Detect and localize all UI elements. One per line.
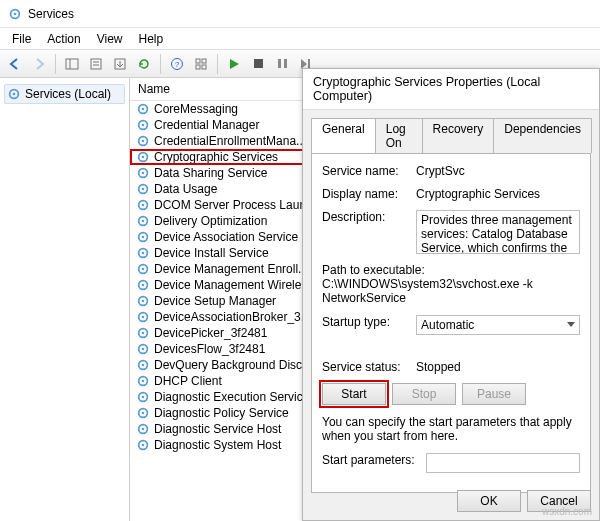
gear-icon xyxy=(136,422,150,436)
gear-icon xyxy=(136,326,150,340)
stop-service-icon[interactable] xyxy=(247,53,269,75)
properties-icon[interactable] xyxy=(85,53,107,75)
svg-point-1 xyxy=(14,12,17,15)
svg-point-31 xyxy=(142,188,145,191)
svg-rect-11 xyxy=(202,59,206,63)
tab-dependencies[interactable]: Dependencies xyxy=(493,118,592,153)
list-item-label: DeviceAssociationBroker_3... xyxy=(154,310,311,324)
gear-icon xyxy=(136,246,150,260)
tree-node-services-local[interactable]: Services (Local) xyxy=(4,84,125,104)
list-item-label: Data Sharing Service xyxy=(154,166,267,180)
svg-point-57 xyxy=(142,396,145,399)
list-item-label: DHCP Client xyxy=(154,374,222,388)
menu-view[interactable]: View xyxy=(89,30,131,48)
ok-button[interactable]: OK xyxy=(457,490,521,512)
svg-rect-2 xyxy=(66,59,78,69)
tree-pane: Services (Local) xyxy=(0,78,130,521)
svg-rect-12 xyxy=(196,65,200,69)
svg-point-53 xyxy=(142,364,145,367)
svg-point-43 xyxy=(142,284,145,287)
svg-rect-17 xyxy=(308,59,310,69)
list-item-label: CredentialEnrollmentMana... xyxy=(154,134,306,148)
list-item-label: DCOM Server Process Laun... xyxy=(154,198,316,212)
list-item-label: Device Management Wirele... xyxy=(154,278,311,292)
svg-point-37 xyxy=(142,236,145,239)
list-item-label: Device Install Service xyxy=(154,246,269,260)
menu-help[interactable]: Help xyxy=(131,30,172,48)
gear-icon xyxy=(136,342,150,356)
export-icon[interactable] xyxy=(109,53,131,75)
tab-log-on[interactable]: Log On xyxy=(375,118,423,153)
svg-point-33 xyxy=(142,204,145,207)
toolbar-separator xyxy=(217,54,218,74)
forward-icon[interactable] xyxy=(28,53,50,75)
svg-rect-14 xyxy=(254,59,263,68)
value-service-status: Stopped xyxy=(416,360,580,374)
list-item-label: Credential Manager xyxy=(154,118,259,132)
svg-point-55 xyxy=(142,380,145,383)
refresh-icon[interactable] xyxy=(133,53,155,75)
value-description[interactable]: Provides three management services: Cata… xyxy=(416,210,580,254)
stop-button: Stop xyxy=(392,383,456,405)
svg-point-45 xyxy=(142,300,145,303)
menu-action[interactable]: Action xyxy=(39,30,88,48)
list-item-label: CoreMessaging xyxy=(154,102,238,116)
svg-point-27 xyxy=(142,156,145,159)
gear-icon xyxy=(136,102,150,116)
svg-point-47 xyxy=(142,316,145,319)
svg-rect-13 xyxy=(202,65,206,69)
list-item-label: Device Setup Manager xyxy=(154,294,276,308)
combo-startup-type[interactable]: Automatic xyxy=(416,315,580,335)
list-item-label: Device Association Service xyxy=(154,230,298,244)
label-service-name: Service name: xyxy=(322,164,416,178)
svg-point-21 xyxy=(142,108,145,111)
list-item-label: DevQuery Background Disc... xyxy=(154,358,312,372)
svg-point-29 xyxy=(142,172,145,175)
show-hide-tree-icon[interactable] xyxy=(61,53,83,75)
list-item-label: DevicePicker_3f2481 xyxy=(154,326,267,340)
help-icon[interactable]: ? xyxy=(166,53,188,75)
gear-icon xyxy=(136,310,150,324)
value-path: C:\WINDOWS\system32\svchost.exe -k Netwo… xyxy=(322,277,580,305)
menubar: File Action View Help xyxy=(0,28,600,50)
list-item-label: Diagnostic Service Host xyxy=(154,422,281,436)
svg-text:?: ? xyxy=(175,60,180,69)
pause-service-icon[interactable] xyxy=(271,53,293,75)
svg-point-35 xyxy=(142,220,145,223)
value-service-name: CryptSvc xyxy=(416,164,580,178)
svg-point-63 xyxy=(142,444,145,447)
list-item-label: Delivery Optimization xyxy=(154,214,267,228)
list-item-label: Device Management Enroll... xyxy=(154,262,308,276)
tab-general[interactable]: General xyxy=(311,118,376,153)
gear-icon xyxy=(136,182,150,196)
gear-icon xyxy=(136,390,150,404)
gear-icon xyxy=(136,262,150,276)
grid-icon[interactable] xyxy=(190,53,212,75)
label-description: Description: xyxy=(322,210,416,224)
gear-icon xyxy=(136,230,150,244)
watermark: wsxdn.com xyxy=(542,506,592,517)
svg-rect-15 xyxy=(278,59,281,68)
gear-icon xyxy=(136,150,150,164)
start-button[interactable]: Start xyxy=(322,383,386,405)
gear-icon xyxy=(136,406,150,420)
tab-recovery[interactable]: Recovery xyxy=(422,118,495,153)
input-start-parameters[interactable] xyxy=(426,453,580,473)
svg-point-23 xyxy=(142,124,145,127)
back-icon[interactable] xyxy=(4,53,26,75)
start-service-icon[interactable] xyxy=(223,53,245,75)
gear-icon xyxy=(136,294,150,308)
window-title: Services xyxy=(28,7,74,21)
toolbar-separator xyxy=(160,54,161,74)
gear-icon xyxy=(136,198,150,212)
svg-point-51 xyxy=(142,348,145,351)
menu-file[interactable]: File xyxy=(4,30,39,48)
gear-icon xyxy=(136,374,150,388)
window-titlebar: Services xyxy=(0,0,600,28)
dialog-title: Cryptographic Services Properties (Local… xyxy=(303,69,599,110)
gear-icon xyxy=(136,358,150,372)
svg-point-41 xyxy=(142,268,145,271)
svg-point-59 xyxy=(142,412,145,415)
note-text: You can specify the start parameters tha… xyxy=(322,415,580,443)
label-startup-type: Startup type: xyxy=(322,315,416,329)
